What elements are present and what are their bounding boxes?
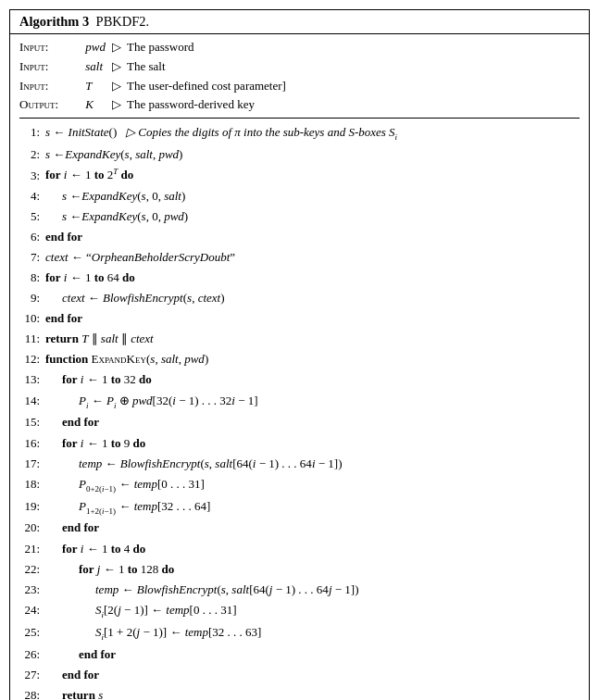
line-28: 28: return s bbox=[19, 685, 580, 700]
line-9: 9: ctext ← BlowfishEncrypt(s, ctext) bbox=[19, 288, 580, 308]
linenum-5: 5: bbox=[19, 206, 40, 227]
var-K: K bbox=[82, 95, 112, 115]
linecontent-24: Si[2(j − 1)] ← temp[0 . . . 31] bbox=[45, 600, 580, 622]
line-3: 3: for i ← 1 to 2T do bbox=[19, 165, 580, 185]
linenum-16: 16: bbox=[19, 433, 40, 454]
linenum-9: 9: bbox=[19, 288, 40, 308]
linecontent-27: end for bbox=[45, 665, 580, 685]
linecontent-17: temp ← BlowfishEncrypt(s, salt[64(i − 1)… bbox=[45, 454, 580, 474]
line-24: 24: Si[2(j − 1)] ← temp[0 . . . 31] bbox=[19, 600, 580, 622]
linecontent-9: ctext ← BlowfishEncrypt(s, ctext) bbox=[45, 288, 580, 308]
algorithm-content: Input: pwd ▷ The password Input: salt ▷ … bbox=[10, 34, 589, 700]
linecontent-7: ctext ← “OrpheanBeholderScryDoubt” bbox=[45, 247, 580, 268]
linecontent-21: for i ← 1 to 4 do bbox=[45, 539, 580, 559]
linenum-25: 25: bbox=[19, 622, 40, 643]
linecontent-25: Si[1 + 2(j − 1)] ← temp[32 . . . 63] bbox=[45, 622, 580, 644]
linenum-7: 7: bbox=[19, 247, 40, 268]
linenum-21: 21: bbox=[19, 539, 40, 559]
line-12: 12: function ExpandKey(s, salt, pwd) bbox=[19, 349, 580, 369]
linenum-14: 14: bbox=[19, 391, 40, 411]
linenum-6: 6: bbox=[19, 227, 40, 247]
line-1: 1: s ← InitState() ▷ Copies the digits o… bbox=[19, 122, 580, 144]
linecontent-2: s ←ExpandKey(s, salt, pwd) bbox=[45, 144, 580, 165]
line-5: 5: s ←ExpandKey(s, 0, pwd) bbox=[19, 206, 580, 227]
linecontent-10: end for bbox=[45, 308, 580, 329]
linenum-20: 20: bbox=[19, 518, 40, 538]
var-pwd: pwd bbox=[82, 38, 112, 57]
line-19: 19: P1+2(i−1) ← temp[32 . . . 64] bbox=[19, 496, 580, 519]
linecontent-23: temp ← BlowfishEncrypt(s, salt[64(j − 1)… bbox=[45, 580, 580, 600]
input-label-salt: Input: bbox=[19, 57, 82, 77]
linecontent-15: end for bbox=[45, 412, 580, 432]
algorithm-box: Algorithm 3 PBKDF2. Input: pwd ▷ The pas… bbox=[9, 9, 590, 700]
triangle-K: ▷ bbox=[112, 95, 121, 115]
linecontent-22: for j ← 1 to 128 do bbox=[45, 559, 580, 580]
triangle-pwd: ▷ bbox=[112, 38, 121, 57]
input-salt: Input: salt ▷ The salt bbox=[19, 57, 580, 77]
line-21: 21: for i ← 1 to 4 do bbox=[19, 539, 580, 559]
line-26: 26: end for bbox=[19, 644, 580, 665]
line-8: 8: for i ← 1 to 64 do bbox=[19, 268, 580, 288]
line-7: 7: ctext ← “OrpheanBeholderScryDoubt” bbox=[19, 247, 580, 268]
input-T: Input: T ▷ The user-defined cost paramet… bbox=[19, 77, 580, 96]
line-14: 14: Pi ← Pi ⊕ pwd[32(i − 1) . . . 32i − … bbox=[19, 391, 580, 413]
linecontent-16: for i ← 1 to 9 do bbox=[45, 433, 580, 454]
linenum-1: 1: bbox=[19, 122, 40, 143]
var-T: T bbox=[82, 77, 112, 96]
line-17: 17: temp ← BlowfishEncrypt(s, salt[64(i … bbox=[19, 454, 580, 474]
linenum-23: 23: bbox=[19, 580, 40, 600]
linecontent-28: return s bbox=[45, 685, 580, 700]
line-20: 20: end for bbox=[19, 518, 580, 538]
linecontent-5: s ←ExpandKey(s, 0, pwd) bbox=[45, 206, 580, 227]
linecontent-13: for i ← 1 to 32 do bbox=[45, 369, 580, 390]
linecontent-19: P1+2(i−1) ← temp[32 . . . 64] bbox=[45, 496, 580, 519]
linecontent-4: s ←ExpandKey(s, 0, salt) bbox=[45, 186, 580, 206]
desc-pwd: The password bbox=[127, 38, 194, 57]
line-27: 27: end for bbox=[19, 665, 580, 685]
input-pwd: Input: pwd ▷ The password bbox=[19, 38, 580, 57]
line-10: 10: end for bbox=[19, 308, 580, 329]
linenum-3: 3: bbox=[19, 166, 40, 186]
linenum-18: 18: bbox=[19, 474, 40, 494]
linenum-24: 24: bbox=[19, 600, 40, 620]
line-25: 25: Si[1 + 2(j − 1)] ← temp[32 . . . 63] bbox=[19, 622, 580, 644]
linecontent-14: Pi ← Pi ⊕ pwd[32(i − 1) . . . 32i − 1] bbox=[45, 391, 580, 413]
linenum-11: 11: bbox=[19, 329, 40, 349]
line-6: 6: end for bbox=[19, 227, 580, 247]
linenum-10: 10: bbox=[19, 308, 40, 329]
linenum-4: 4: bbox=[19, 186, 40, 206]
output-label-K: Output: bbox=[19, 95, 82, 115]
desc-T: The user-defined cost parameter] bbox=[127, 77, 286, 96]
linenum-19: 19: bbox=[19, 496, 40, 517]
input-label-T: Input: bbox=[19, 77, 82, 96]
line-11: 11: return T ∥ salt ∥ ctext bbox=[19, 329, 580, 349]
line-13: 13: for i ← 1 to 32 do bbox=[19, 369, 580, 390]
line-16: 16: for i ← 1 to 9 do bbox=[19, 433, 580, 454]
linenum-2: 2: bbox=[19, 144, 40, 165]
linecontent-20: end for bbox=[45, 518, 580, 538]
line-23: 23: temp ← BlowfishEncrypt(s, salt[64(j … bbox=[19, 580, 580, 600]
line-2: 2: s ←ExpandKey(s, salt, pwd) bbox=[19, 144, 580, 165]
line-22: 22: for j ← 1 to 128 do bbox=[19, 559, 580, 580]
linenum-22: 22: bbox=[19, 559, 40, 580]
divider bbox=[19, 118, 580, 119]
triangle-T: ▷ bbox=[112, 77, 121, 96]
linecontent-8: for i ← 1 to 64 do bbox=[45, 268, 580, 288]
linecontent-11: return T ∥ salt ∥ ctext bbox=[45, 329, 580, 349]
output-K: Output: K ▷ The password-derived key bbox=[19, 95, 580, 115]
var-salt: salt bbox=[82, 57, 112, 77]
linecontent-3: for i ← 1 to 2T do bbox=[45, 165, 580, 185]
code-section: 1: s ← InitState() ▷ Copies the digits o… bbox=[19, 122, 580, 700]
line-15: 15: end for bbox=[19, 412, 580, 432]
linenum-26: 26: bbox=[19, 644, 40, 665]
linecontent-6: end for bbox=[45, 227, 580, 247]
triangle-salt: ▷ bbox=[112, 57, 121, 77]
line-4: 4: s ←ExpandKey(s, 0, salt) bbox=[19, 186, 580, 206]
desc-salt: The salt bbox=[127, 57, 166, 77]
input-label-pwd: Input: bbox=[19, 38, 82, 57]
linecontent-12: function ExpandKey(s, salt, pwd) bbox=[45, 349, 580, 369]
algorithm-header: Algorithm 3 PBKDF2. bbox=[10, 10, 589, 34]
linenum-13: 13: bbox=[19, 369, 40, 390]
linenum-12: 12: bbox=[19, 349, 40, 369]
io-section: Input: pwd ▷ The password Input: salt ▷ … bbox=[19, 38, 580, 115]
